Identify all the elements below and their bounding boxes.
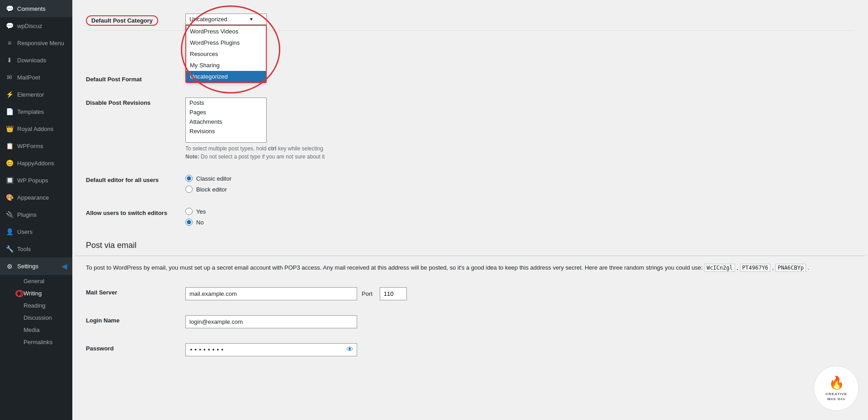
sidebar-item-responsive-menu[interactable]: ≡ Responsive Menu bbox=[0, 34, 72, 51]
mail-server-control: Port bbox=[185, 287, 854, 300]
sidebar-item-permalinks[interactable]: Permalinks bbox=[12, 336, 72, 348]
default-editor-row: Default editor for all users Classic edi… bbox=[86, 168, 854, 201]
comments-icon: 💬 bbox=[5, 5, 14, 13]
post-via-email-title: Post via email bbox=[75, 233, 865, 256]
login-name-input[interactable] bbox=[185, 315, 357, 328]
sidebar-item-tools[interactable]: 🔧 Tools bbox=[0, 240, 72, 257]
sidebar-item-mailpoet[interactable]: ✉ MailPoet bbox=[0, 69, 72, 86]
password-control: 👁 bbox=[185, 343, 854, 356]
login-name-label: Login Name bbox=[86, 315, 185, 324]
mail-server-row: Mail Server Port bbox=[86, 280, 854, 308]
port-input[interactable] bbox=[380, 287, 407, 300]
allow-switch-radio-group: Yes No bbox=[185, 208, 854, 226]
writing-highlight-circle bbox=[15, 290, 22, 297]
sidebar-item-general[interactable]: General bbox=[12, 275, 72, 287]
sidebar-item-appearance[interactable]: 🎨 Appearance bbox=[0, 189, 72, 206]
random-string-2: PT4967Y6 bbox=[740, 264, 771, 272]
dropdown-option-resources[interactable]: Resources bbox=[186, 48, 266, 60]
happyaddons-icon: 😊 bbox=[5, 159, 14, 167]
password-input[interactable] bbox=[185, 343, 357, 356]
mail-server-input[interactable] bbox=[185, 287, 357, 300]
default-post-category-row: Default Post Category Uncategorized ▼ Wo… bbox=[86, 9, 854, 31]
switch-no-option[interactable]: No bbox=[185, 219, 854, 226]
sidebar-item-happyaddons[interactable]: 😊 HappyAddons bbox=[0, 154, 72, 172]
sidebar-item-wp-popups[interactable]: 🔲 WP Popups bbox=[0, 172, 72, 189]
responsive-menu-icon: ≡ bbox=[5, 39, 14, 47]
sidebar-item-comments[interactable]: 💬 Comments bbox=[0, 0, 72, 17]
mailpoet-icon: ✉ bbox=[5, 73, 14, 81]
sidebar-item-wpforms[interactable]: 📋 WPForms bbox=[0, 137, 72, 154]
classic-editor-label: Classic editor bbox=[196, 175, 231, 182]
settings-arrow-icon: ◀ bbox=[61, 262, 67, 271]
wp-popups-icon: 🔲 bbox=[5, 176, 14, 184]
dropdown-list[interactable]: WordPress Videos WordPress Plugins Resou… bbox=[185, 25, 267, 83]
templates-icon: 📄 bbox=[5, 107, 14, 116]
block-editor-radio[interactable] bbox=[185, 186, 193, 193]
classic-editor-option[interactable]: Classic editor bbox=[185, 175, 854, 182]
login-name-row: Login Name bbox=[86, 308, 854, 336]
sidebar-item-users[interactable]: 👤 Users bbox=[0, 223, 72, 240]
switch-yes-radio[interactable] bbox=[185, 208, 193, 215]
sidebar-item-downloads[interactable]: ⬇ Downloads bbox=[0, 51, 72, 69]
block-editor-label: Block editor bbox=[196, 186, 227, 193]
switch-yes-label: Yes bbox=[196, 208, 206, 215]
default-post-format-label: Default Post Format bbox=[86, 74, 185, 83]
dropdown-option-wp-plugins[interactable]: WordPress Plugins bbox=[186, 37, 266, 48]
sidebar-item-media[interactable]: Media bbox=[12, 324, 72, 336]
dropdown-option-wp-videos[interactable]: WordPress Videos bbox=[186, 26, 266, 37]
listbox-item-attachments[interactable]: Attachments bbox=[186, 117, 266, 126]
password-wrapper: 👁 bbox=[185, 343, 357, 356]
sidebar-item-discussion[interactable]: Discussion bbox=[12, 312, 72, 324]
sidebar-item-royal-addons[interactable]: 👑 Royal Addons bbox=[0, 120, 72, 137]
default-post-category-label: Default Post Category bbox=[86, 14, 185, 26]
disable-post-revisions-listbox[interactable]: Posts Pages Attachments Revisions bbox=[185, 98, 267, 143]
sidebar: 💬 Comments 💬 wpDiscuz ≡ Responsive Menu … bbox=[0, 0, 72, 420]
disable-post-revisions-row: Disable Post Revisions Posts Pages Attac… bbox=[86, 90, 854, 168]
block-editor-option[interactable]: Block editor bbox=[185, 186, 854, 193]
switch-no-label: No bbox=[196, 219, 204, 226]
login-name-control bbox=[185, 315, 854, 328]
dropdown-chevron-icon: ▼ bbox=[249, 17, 254, 22]
dropdown-option-my-sharing[interactable]: My Sharing bbox=[186, 60, 266, 71]
settings-icon: ⚙ bbox=[5, 262, 14, 271]
allow-switch-label: Allow users to switch editors bbox=[86, 208, 185, 216]
switch-no-radio[interactable] bbox=[185, 219, 193, 226]
disable-post-revisions-note: Note: Do not select a post type if you a… bbox=[185, 154, 854, 160]
allow-switch-control: Yes No bbox=[185, 208, 854, 226]
default-editor-label: Default editor for all users bbox=[86, 175, 185, 183]
mail-server-label: Mail Server bbox=[86, 287, 185, 296]
sidebar-item-writing[interactable]: Writing bbox=[12, 287, 72, 299]
watermark-logo: 🔥 bbox=[829, 375, 844, 390]
appearance-icon: 🎨 bbox=[5, 193, 14, 201]
royal-addons-icon: 👑 bbox=[5, 125, 14, 133]
sidebar-item-settings[interactable]: ⚙ Settings ◀ bbox=[0, 257, 72, 275]
random-string-3: PNA6CBYp bbox=[775, 264, 806, 272]
watermark-text: CREATIVEWeb Dev bbox=[826, 392, 847, 401]
sidebar-item-plugins[interactable]: 🔌 Plugins bbox=[0, 206, 72, 223]
classic-editor-radio[interactable] bbox=[185, 175, 193, 182]
password-label: Password bbox=[86, 343, 185, 352]
sidebar-item-templates[interactable]: 📄 Templates bbox=[0, 103, 72, 120]
dropdown-display[interactable]: Uncategorized ▼ bbox=[185, 14, 267, 25]
listbox-item-posts[interactable]: Posts bbox=[186, 98, 266, 107]
disable-post-revisions-help: To select multiple post types, hold ctrl… bbox=[185, 145, 854, 152]
tools-icon: 🔧 bbox=[5, 245, 14, 253]
users-icon: 👤 bbox=[5, 228, 14, 236]
sidebar-item-elementor[interactable]: ⚡ Elementor bbox=[0, 86, 72, 103]
toggle-password-icon[interactable]: 👁 bbox=[346, 345, 354, 354]
default-post-category-control: Uncategorized ▼ WordPress Videos WordPre… bbox=[185, 14, 854, 25]
password-row: Password 👁 bbox=[86, 336, 854, 364]
sidebar-item-reading[interactable]: Reading bbox=[12, 299, 72, 312]
wpdiscuz-icon: 💬 bbox=[5, 22, 14, 30]
default-post-category-dropdown[interactable]: Uncategorized ▼ WordPress Videos WordPre… bbox=[185, 14, 267, 25]
listbox-item-revisions[interactable]: Revisions bbox=[186, 126, 266, 136]
switch-yes-option[interactable]: Yes bbox=[185, 208, 854, 215]
allow-switch-row: Allow users to switch editors Yes No bbox=[86, 201, 854, 233]
sidebar-item-wpdiscuz[interactable]: 💬 wpDiscuz bbox=[0, 17, 72, 34]
dropdown-option-uncategorized[interactable]: Uncategorized bbox=[186, 71, 266, 82]
listbox-item-pages[interactable]: Pages bbox=[186, 107, 266, 117]
downloads-icon: ⬇ bbox=[5, 56, 14, 64]
wpforms-icon: 📋 bbox=[5, 142, 14, 150]
main-content: Default Post Category Uncategorized ▼ Wo… bbox=[72, 0, 868, 420]
elementor-icon: ⚡ bbox=[5, 90, 14, 98]
